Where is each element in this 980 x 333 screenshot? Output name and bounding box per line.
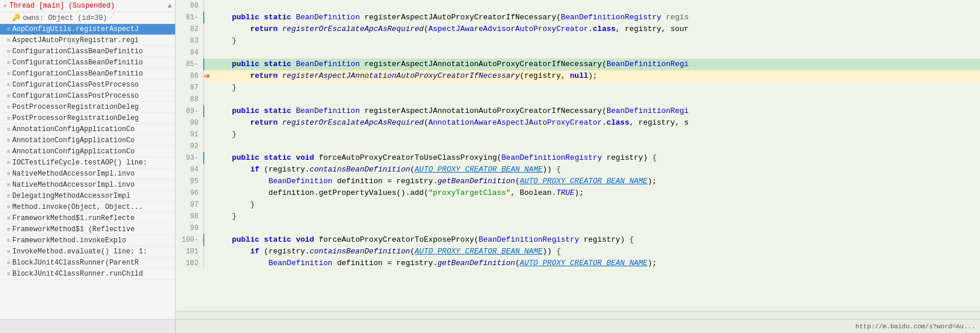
stack-item-icon: ≡ xyxy=(7,149,11,155)
stack-item[interactable]: ≡InvokeMethod.evaluate() line: 1: xyxy=(0,246,175,258)
call-stack-panel: ⚡ Thread [main] (Suspended) ▲ 🔑 owns: Ob… xyxy=(0,0,176,333)
code-line-row: 88 xyxy=(176,94,980,105)
stack-item-text: ConfigurationClassBeanDefinitio xyxy=(12,59,143,67)
code-line-row: 95 BeanDefinition definition = registry.… xyxy=(176,176,980,187)
code-line-row: 99 xyxy=(176,222,980,234)
code-table: 8081- public static BeanDefinition regis… xyxy=(176,0,980,269)
stack-item[interactable]: ≡Method.invoke(Object, Object... xyxy=(0,202,175,213)
stack-item-icon: ≡ xyxy=(7,49,11,55)
line-number: 97 xyxy=(176,199,204,211)
line-number: 85- xyxy=(176,59,204,70)
stack-item-icon: ≡ xyxy=(7,226,11,233)
code-content xyxy=(204,47,980,59)
stack-item-icon: ≡ xyxy=(7,126,11,133)
status-bar: http://m.baidu.com/s?word=Au... xyxy=(176,319,980,333)
stack-item-icon: ≡ xyxy=(7,37,11,44)
line-number: 90 xyxy=(176,117,204,129)
stack-item-text: NativeMethodAccessorImpl.invo xyxy=(12,181,135,189)
code-content xyxy=(204,0,980,12)
code-line-row: 102 BeanDefinition definition = registry… xyxy=(176,258,980,269)
stack-item-icon: ≡ xyxy=(7,26,11,33)
thread-icon: ⚡ xyxy=(4,2,7,9)
stack-item[interactable]: ≡BlockJUnit4ClassRunner.runChild xyxy=(0,269,175,280)
line-number: 102 xyxy=(176,258,204,269)
code-line-row: ➔86 return registerAspectJAnnotationAuto… xyxy=(176,70,980,82)
stack-item[interactable]: ≡ConfigurationClassBeanDefinitio xyxy=(0,46,175,57)
code-content xyxy=(204,140,980,152)
stack-item[interactable]: ≡FrameworkMethod$1 (Reflective xyxy=(0,224,175,235)
line-number: 84 xyxy=(176,47,204,59)
stack-item[interactable]: ≡NativeMethodAccessorImpl.invo xyxy=(0,180,175,191)
stack-item[interactable]: ≡PostProcessorRegistrationDeleg xyxy=(0,102,175,113)
left-bottom xyxy=(0,319,175,333)
code-line-row: 80 xyxy=(176,0,980,12)
code-content: if (registry.containsBeanDefinition(AUTO… xyxy=(204,246,980,258)
horizontal-scrollbar[interactable] xyxy=(176,311,980,319)
stack-item-text: FrameworkMethod$1 (Reflective xyxy=(12,225,135,234)
code-line-row: 84 xyxy=(176,47,980,59)
stack-item-text: IOCTestLifeCycle.testAOP() line: xyxy=(12,159,147,167)
stack-item-icon: ≡ xyxy=(7,238,11,244)
code-content xyxy=(204,94,980,105)
code-content: public static void forceAutoProxyCreator… xyxy=(204,152,980,164)
code-line-row: 100- public static void forceAutoProxyCr… xyxy=(176,234,980,246)
line-number: 100- xyxy=(176,234,204,246)
code-line-row: 89- public static BeanDefinition registe… xyxy=(176,105,980,117)
line-number: 83 xyxy=(176,35,204,47)
stack-item[interactable]: ≡FrameworkMethod$1.runReflecte xyxy=(0,213,175,224)
stack-item-icon: ≡ xyxy=(7,171,11,177)
line-number: 89- xyxy=(176,105,204,117)
stack-item[interactable]: ≡PostProcessorRegistrationDeleg xyxy=(0,113,175,124)
line-number: 81- xyxy=(176,12,204,23)
code-content: public static void forceAutoProxyCreator… xyxy=(204,234,980,246)
status-url: http://m.baidu.com/s?word=Au... xyxy=(855,323,975,330)
stack-item[interactable]: ≡ConfigurationClassPostProcesso xyxy=(0,91,175,102)
stack-item-icon: ≡ xyxy=(7,60,11,66)
owns-label: 🔑 owns: Object (id=39) xyxy=(0,12,175,24)
line-number: 96 xyxy=(176,187,204,199)
code-line-row: 98 } xyxy=(176,211,980,222)
stack-item[interactable]: ≡AnnotationConfigApplicationCo xyxy=(0,146,175,157)
stack-item-icon: ≡ xyxy=(7,104,11,111)
stack-item[interactable]: ≡AopConfigUtils.registerAspectJ xyxy=(0,24,175,35)
code-line-row: 90 return registerOrEscalateApcAsRequire… xyxy=(176,117,980,129)
stack-item-text: InvokeMethod.evaluate() line: 1: xyxy=(12,248,147,256)
stack-item[interactable]: ≡ConfigurationClassPostProcesso xyxy=(0,80,175,91)
stack-item-text: PostProcessorRegistrationDeleg xyxy=(12,114,139,122)
stack-item[interactable]: ≡AspectJAutoProxyRegistrar.regi xyxy=(0,35,175,46)
code-area[interactable]: 8081- public static BeanDefinition regis… xyxy=(176,0,980,311)
stack-item-text: PostProcessorRegistrationDeleg xyxy=(12,103,139,111)
stack-item-text: DelegatingMethodAccessorImpl xyxy=(12,192,131,200)
code-line-row: 97 } xyxy=(176,199,980,211)
line-number: 80 xyxy=(176,0,204,12)
stack-item-icon: ≡ xyxy=(7,182,11,188)
line-number: 87 xyxy=(176,82,204,94)
stack-item[interactable]: ≡IOCTestLifeCycle.testAOP() line: xyxy=(0,157,175,169)
stack-item-text: ConfigurationClassPostProcesso xyxy=(12,81,139,89)
stack-item-icon: ≡ xyxy=(7,160,11,166)
stack-item[interactable]: ≡DelegatingMethodAccessorImpl xyxy=(0,191,175,202)
line-number: 91 xyxy=(176,129,204,140)
code-content: public static BeanDefinition registerAsp… xyxy=(204,59,980,70)
code-line-row: 85- public static BeanDefinition registe… xyxy=(176,59,980,70)
line-number: 93- xyxy=(176,152,204,164)
stack-item[interactable]: ≡AnnotationConfigApplicationCo xyxy=(0,124,175,135)
stack-item-icon: ≡ xyxy=(7,204,11,211)
stack-item-text: ConfigurationClassBeanDefinitio xyxy=(12,70,143,78)
stack-item-text: BlockJUnit4ClassRunner(ParentR xyxy=(12,259,139,267)
code-content: return registerAspectJAnnotationAutoProx… xyxy=(204,70,980,82)
stack-item[interactable]: ≡ConfigurationClassBeanDefinitio xyxy=(0,57,175,68)
stack-item[interactable]: ≡BlockJUnit4ClassRunner(ParentR xyxy=(0,258,175,269)
stack-item[interactable]: ≡AnnotationConfigApplicationCo xyxy=(0,135,175,146)
stack-item-text: AopConfigUtils.registerAspectJ xyxy=(12,25,139,33)
code-line-row: 94 if (registry.containsBeanDefinition(A… xyxy=(176,164,980,176)
code-content: BeanDefinition definition = registry.get… xyxy=(204,176,980,187)
stack-item[interactable]: ≡FrameworkMethod.invokeExplo xyxy=(0,235,175,246)
code-line-row: 101 if (registry.containsBeanDefinition(… xyxy=(176,246,980,258)
code-content: return registerOrEscalateApcAsRequired(A… xyxy=(204,23,980,35)
code-line-row: 96 definition.getPropertyValues().add("p… xyxy=(176,187,980,199)
line-number: 82 xyxy=(176,23,204,35)
stack-item[interactable]: ≡NativeMethodAccessorImpl.invo xyxy=(0,169,175,180)
stack-item[interactable]: ≡ConfigurationClassBeanDefinitio xyxy=(0,68,175,80)
code-line-row: 81- public static BeanDefinition registe… xyxy=(176,12,980,23)
